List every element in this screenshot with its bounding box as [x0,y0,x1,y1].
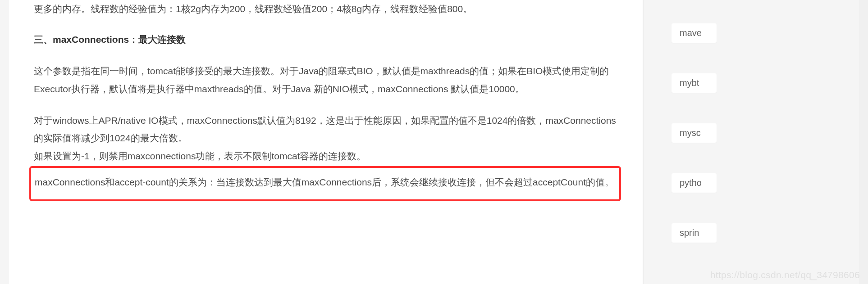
paragraph-2-line1: 对于windows上APR/native IO模式，maxConnections… [34,112,617,148]
tag-link[interactable]: mysc [672,123,717,143]
paragraph-1: 这个参数是指在同一时间，tomcat能够接受的最大连接数。对于Java的阻塞式B… [34,62,617,98]
paragraph-2-block: 对于windows上APR/native IO模式，maxConnections… [34,112,617,166]
scrollbar[interactable] [859,0,868,284]
highlighted-callout: maxConnections和accept-count的关系为：当连接数达到最大… [29,166,621,201]
tag-link[interactable]: sprin [672,223,717,243]
tag-link[interactable]: mybt [672,73,717,93]
article-wrapper: 更多的内存。线程数的经验值为：1核2g内存为200，线程数经验值200；4核8g… [9,0,644,284]
page-container: 更多的内存。线程数的经验值为：1核2g内存为200，线程数经验值200；4核8g… [0,0,868,284]
sidebar: mave mybt mysc pytho sprin [672,0,861,284]
tag-link[interactable]: pytho [672,173,717,193]
paragraph-2-line2: 如果设置为-1，则禁用maxconnections功能，表示不限制tomcat容… [34,147,617,165]
divider [643,0,644,284]
tag-link[interactable]: mave [672,23,717,43]
article-content: 更多的内存。线程数的经验值为：1核2g内存为200，线程数经验值200；4核8g… [34,0,617,201]
paragraph-fragment-top: 更多的内存。线程数的经验值为：1核2g内存为200，线程数经验值200；4核8g… [34,0,617,18]
section-heading: 三、maxConnections：最大连接数 [34,31,617,49]
watermark: https://blog.csdn.net/qq_34798606 [710,270,860,280]
highlighted-text: maxConnections和accept-count的关系为：当连接数达到最大… [35,173,616,191]
